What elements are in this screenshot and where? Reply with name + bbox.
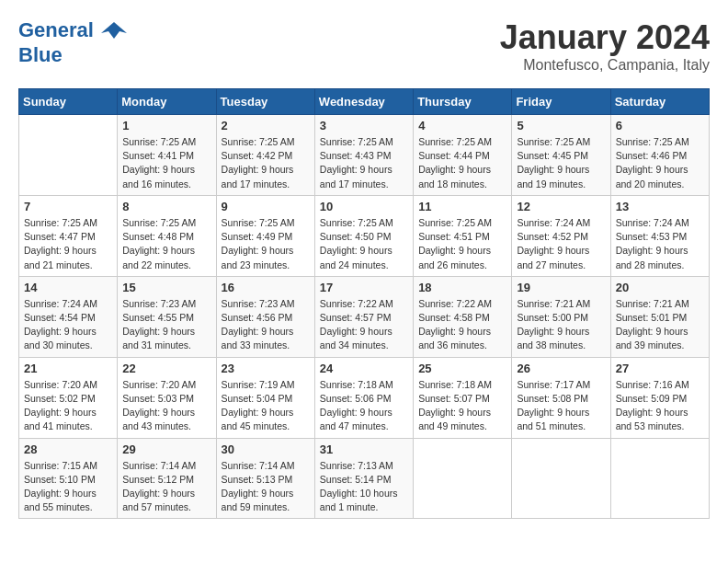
day-info: Sunrise: 7:25 AM Sunset: 4:43 PM Dayligh…: [320, 135, 408, 191]
day-number: 1: [122, 119, 210, 132]
calendar-week-row: 28Sunrise: 7:15 AM Sunset: 5:10 PM Dayli…: [19, 438, 710, 519]
calendar-cell: 31Sunrise: 7:13 AM Sunset: 5:14 PM Dayli…: [314, 438, 413, 519]
logo-bird-icon: [101, 18, 127, 44]
day-info: Sunrise: 7:18 AM Sunset: 5:07 PM Dayligh…: [418, 378, 506, 434]
day-number: 21: [24, 362, 112, 375]
day-number: 16: [222, 281, 310, 294]
calendar-week-row: 1Sunrise: 7:25 AM Sunset: 4:41 PM Daylig…: [19, 115, 710, 196]
day-info: Sunrise: 7:13 AM Sunset: 5:14 PM Dayligh…: [320, 459, 408, 515]
day-info: Sunrise: 7:25 AM Sunset: 4:49 PM Dayligh…: [222, 216, 310, 272]
day-number: 4: [418, 119, 506, 132]
day-info: Sunrise: 7:25 AM Sunset: 4:48 PM Dayligh…: [122, 216, 210, 272]
day-info: Sunrise: 7:24 AM Sunset: 4:53 PM Dayligh…: [616, 216, 704, 272]
day-info: Sunrise: 7:22 AM Sunset: 4:57 PM Dayligh…: [320, 297, 408, 353]
day-info: Sunrise: 7:25 AM Sunset: 4:45 PM Dayligh…: [517, 135, 605, 191]
calendar-cell: 13Sunrise: 7:24 AM Sunset: 4:53 PM Dayli…: [610, 195, 709, 276]
day-info: Sunrise: 7:25 AM Sunset: 4:51 PM Dayligh…: [418, 216, 506, 272]
calendar-cell: 25Sunrise: 7:18 AM Sunset: 5:07 PM Dayli…: [414, 357, 512, 438]
day-info: Sunrise: 7:18 AM Sunset: 5:06 PM Dayligh…: [320, 378, 408, 434]
calendar-cell: 27Sunrise: 7:16 AM Sunset: 5:09 PM Dayli…: [610, 357, 709, 438]
day-info: Sunrise: 7:23 AM Sunset: 4:56 PM Dayligh…: [222, 297, 310, 353]
day-info: Sunrise: 7:22 AM Sunset: 4:58 PM Dayligh…: [418, 297, 506, 353]
weekday-header: Wednesday: [314, 89, 413, 115]
day-info: Sunrise: 7:14 AM Sunset: 5:12 PM Dayligh…: [122, 459, 210, 515]
day-info: Sunrise: 7:15 AM Sunset: 5:10 PM Dayligh…: [24, 459, 112, 515]
calendar-table: SundayMondayTuesdayWednesdayThursdayFrid…: [18, 88, 710, 519]
day-info: Sunrise: 7:25 AM Sunset: 4:46 PM Dayligh…: [616, 135, 704, 191]
title-block: January 2024 Montefusco, Campania, Italy: [500, 18, 710, 74]
calendar-cell: 20Sunrise: 7:21 AM Sunset: 5:01 PM Dayli…: [610, 276, 709, 357]
day-number: 10: [320, 200, 408, 213]
calendar-cell: 24Sunrise: 7:18 AM Sunset: 5:06 PM Dayli…: [314, 357, 413, 438]
day-number: 30: [222, 442, 310, 456]
calendar-cell: 23Sunrise: 7:19 AM Sunset: 5:04 PM Dayli…: [216, 357, 314, 438]
calendar-week-row: 14Sunrise: 7:24 AM Sunset: 4:54 PM Dayli…: [19, 276, 710, 357]
day-number: 26: [517, 362, 605, 375]
calendar-cell: 26Sunrise: 7:17 AM Sunset: 5:08 PM Dayli…: [512, 357, 610, 438]
day-number: 9: [222, 200, 310, 213]
day-number: 6: [616, 119, 704, 132]
calendar-cell: 12Sunrise: 7:24 AM Sunset: 4:52 PM Dayli…: [512, 195, 610, 276]
day-info: Sunrise: 7:25 AM Sunset: 4:44 PM Dayligh…: [418, 135, 506, 191]
day-number: 3: [320, 119, 408, 132]
calendar-cell: 7Sunrise: 7:25 AM Sunset: 4:47 PM Daylig…: [19, 195, 118, 276]
day-info: Sunrise: 7:25 AM Sunset: 4:50 PM Dayligh…: [320, 216, 408, 272]
logo-general: General: [18, 18, 94, 41]
day-number: 20: [616, 281, 704, 294]
day-number: 12: [517, 200, 605, 213]
day-info: Sunrise: 7:23 AM Sunset: 4:55 PM Dayligh…: [122, 297, 210, 353]
calendar-body: 1Sunrise: 7:25 AM Sunset: 4:41 PM Daylig…: [19, 115, 710, 519]
day-number: 24: [320, 362, 408, 375]
svg-marker-0: [101, 22, 127, 39]
calendar-cell: 8Sunrise: 7:25 AM Sunset: 4:48 PM Daylig…: [118, 195, 216, 276]
calendar-cell: 16Sunrise: 7:23 AM Sunset: 4:56 PM Dayli…: [216, 276, 314, 357]
day-number: 7: [24, 200, 112, 213]
day-number: 22: [122, 362, 210, 375]
weekday-header: Tuesday: [216, 89, 314, 115]
calendar-cell: 19Sunrise: 7:21 AM Sunset: 5:00 PM Dayli…: [512, 276, 610, 357]
day-info: Sunrise: 7:14 AM Sunset: 5:13 PM Dayligh…: [222, 459, 310, 515]
day-number: 13: [616, 200, 704, 213]
calendar-cell: 4Sunrise: 7:25 AM Sunset: 4:44 PM Daylig…: [414, 115, 512, 196]
day-number: 11: [418, 200, 506, 213]
day-info: Sunrise: 7:20 AM Sunset: 5:02 PM Dayligh…: [24, 378, 112, 434]
calendar-cell: [610, 438, 709, 519]
day-number: 27: [616, 362, 704, 375]
day-info: Sunrise: 7:19 AM Sunset: 5:04 PM Dayligh…: [222, 378, 310, 434]
calendar-cell: 21Sunrise: 7:20 AM Sunset: 5:02 PM Dayli…: [19, 357, 118, 438]
day-number: 15: [122, 281, 210, 294]
weekday-header: Thursday: [414, 89, 512, 115]
day-number: 17: [320, 281, 408, 294]
calendar-cell: 28Sunrise: 7:15 AM Sunset: 5:10 PM Dayli…: [19, 438, 118, 519]
day-number: 28: [24, 442, 112, 456]
day-number: 23: [222, 362, 310, 375]
day-info: Sunrise: 7:25 AM Sunset: 4:47 PM Dayligh…: [24, 216, 112, 272]
weekday-header: Friday: [512, 89, 610, 115]
calendar-cell: [19, 115, 118, 196]
day-info: Sunrise: 7:20 AM Sunset: 5:03 PM Dayligh…: [122, 378, 210, 434]
calendar-cell: 30Sunrise: 7:14 AM Sunset: 5:13 PM Dayli…: [216, 438, 314, 519]
weekday-header: Saturday: [610, 89, 709, 115]
calendar-cell: 3Sunrise: 7:25 AM Sunset: 4:43 PM Daylig…: [314, 115, 413, 196]
day-info: Sunrise: 7:17 AM Sunset: 5:08 PM Dayligh…: [517, 378, 605, 434]
day-number: 19: [517, 281, 605, 294]
day-number: 29: [122, 442, 210, 456]
calendar-week-row: 7Sunrise: 7:25 AM Sunset: 4:47 PM Daylig…: [19, 195, 710, 276]
calendar-header-row: SundayMondayTuesdayWednesdayThursdayFrid…: [19, 89, 710, 115]
day-number: 31: [320, 442, 408, 456]
calendar-cell: 10Sunrise: 7:25 AM Sunset: 4:50 PM Dayli…: [314, 195, 413, 276]
calendar-cell: 29Sunrise: 7:14 AM Sunset: 5:12 PM Dayli…: [118, 438, 216, 519]
weekday-header: Monday: [118, 89, 216, 115]
day-number: 14: [24, 281, 112, 294]
day-info: Sunrise: 7:21 AM Sunset: 5:01 PM Dayligh…: [616, 297, 704, 353]
calendar-cell: 6Sunrise: 7:25 AM Sunset: 4:46 PM Daylig…: [610, 115, 709, 196]
day-number: 2: [222, 119, 310, 132]
weekday-header: Sunday: [19, 89, 118, 115]
day-info: Sunrise: 7:24 AM Sunset: 4:52 PM Dayligh…: [517, 216, 605, 272]
day-info: Sunrise: 7:16 AM Sunset: 5:09 PM Dayligh…: [616, 378, 704, 434]
day-info: Sunrise: 7:25 AM Sunset: 4:42 PM Dayligh…: [222, 135, 310, 191]
calendar-cell: 1Sunrise: 7:25 AM Sunset: 4:41 PM Daylig…: [118, 115, 216, 196]
calendar-cell: 22Sunrise: 7:20 AM Sunset: 5:03 PM Dayli…: [118, 357, 216, 438]
day-number: 25: [418, 362, 506, 375]
day-info: Sunrise: 7:21 AM Sunset: 5:00 PM Dayligh…: [517, 297, 605, 353]
